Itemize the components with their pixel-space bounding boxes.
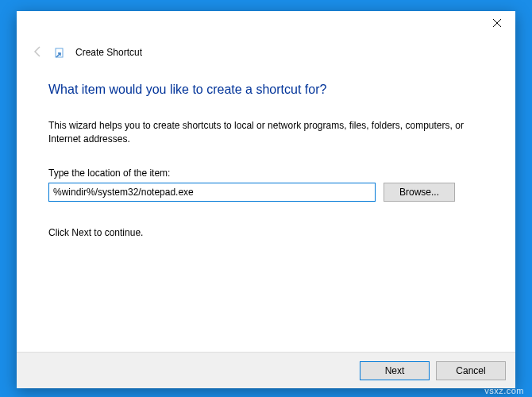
back-arrow-icon[interactable]	[31, 44, 45, 61]
location-input[interactable]	[48, 183, 376, 202]
cancel-button[interactable]: Cancel	[436, 361, 506, 380]
close-icon	[493, 19, 501, 27]
create-shortcut-dialog: Create Shortcut What item would you like…	[17, 11, 515, 388]
dialog-footer: Next Cancel	[17, 352, 515, 388]
next-button[interactable]: Next	[360, 361, 430, 380]
page-heading: What item would you like to create a sho…	[48, 83, 484, 97]
browse-button[interactable]: Browse...	[384, 183, 455, 202]
shortcut-wizard-icon	[55, 47, 66, 58]
header-row: Create Shortcut	[17, 40, 515, 65]
continue-hint: Click Next to continue.	[48, 227, 484, 238]
description-text: This wizard helps you to create shortcut…	[48, 119, 484, 147]
titlebar	[17, 11, 515, 40]
close-button[interactable]	[479, 11, 515, 35]
watermark: vsxz.com	[484, 386, 524, 395]
location-label: Type the location of the item:	[48, 168, 484, 179]
location-row: Browse...	[48, 183, 484, 202]
breadcrumb: Create Shortcut	[75, 47, 142, 58]
content-area: What item would you like to create a sho…	[17, 65, 515, 352]
